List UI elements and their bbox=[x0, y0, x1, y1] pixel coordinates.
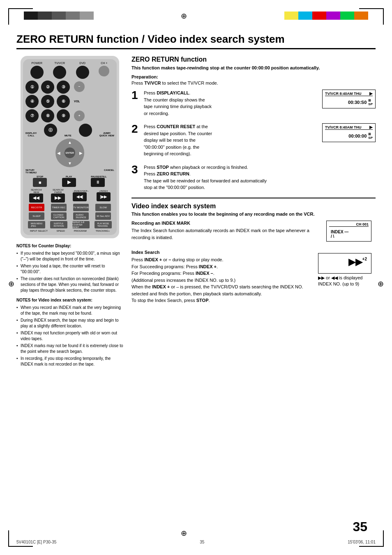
displayed-text: ▶▶ or ◀◀ is displayed bbox=[318, 275, 376, 281]
sleep-btn[interactable]: SLEEP bbox=[29, 212, 44, 220]
footer-center: 35 bbox=[200, 540, 204, 544]
rew-btn[interactable]: ◀◀ bbox=[29, 193, 43, 203]
border-corner-tl-v bbox=[8, 8, 9, 25]
page-number: 35 bbox=[353, 519, 367, 534]
notes-vi-item-3: INDEX may not function properly with old… bbox=[16, 330, 123, 342]
main-menu-btn[interactable]: MAIN MENUJPEG bbox=[28, 221, 45, 228]
color-bar-orange bbox=[354, 12, 368, 20]
nav-up-arrow[interactable]: ▲ bbox=[68, 140, 72, 145]
repeat-ab-btn[interactable]: REPEAT A-BCOUNTER RESET bbox=[72, 221, 90, 228]
vol-plus[interactable]: + bbox=[74, 111, 85, 121]
nav-down-arrow[interactable]: ▼ bbox=[68, 161, 72, 166]
stop-btn[interactable]: ■ bbox=[33, 178, 47, 187]
pause-label: PAUSE/STILL bbox=[91, 175, 107, 178]
notes-counter-item-1: If you rewind the tape beyond "00:00:00"… bbox=[16, 251, 123, 262]
vol-label: VOL bbox=[74, 100, 80, 103]
timer-rec-btn[interactable]: TIMER REC bbox=[51, 204, 67, 211]
step-2-content: Press COUNTER RESET at the desired tape … bbox=[144, 123, 314, 157]
tv-monitor-btn[interactable]: TV MONITOR bbox=[73, 204, 89, 211]
nav-left-arrow[interactable]: ◀ bbox=[57, 150, 60, 155]
step-3-number: 3 bbox=[131, 164, 140, 175]
stop-label: STOP bbox=[33, 175, 47, 178]
btn-9[interactable]: ⑨ bbox=[57, 109, 70, 122]
color-bar-yellow bbox=[284, 12, 298, 20]
recording-index-text: The Index Search function automatically … bbox=[131, 227, 320, 241]
notes-vi-item-1: When you record an INDEX mark at the ver… bbox=[16, 305, 123, 316]
index-minus-btn[interactable]: ◀◀| bbox=[73, 192, 87, 201]
btn-6[interactable]: ⑥ bbox=[57, 95, 70, 108]
reg-mark-right: ⊕ bbox=[378, 279, 384, 288]
notes-video-index-title: NOTES for Video index search system: bbox=[16, 297, 123, 303]
ff-symbol: ▶▶+2 bbox=[321, 255, 369, 268]
page-title: ZERO RETURN function / Video index searc… bbox=[16, 33, 376, 49]
border-corner-br-h bbox=[359, 546, 384, 547]
footer-right: 15'03'06, 11:01 bbox=[348, 540, 376, 544]
fwd-btn[interactable]: ▶▶ bbox=[51, 193, 65, 203]
border-corner-tr-h bbox=[359, 8, 384, 9]
color-bar-gray bbox=[52, 12, 66, 20]
power-btn[interactable] bbox=[30, 66, 44, 79]
btn-3[interactable]: ③ bbox=[57, 81, 70, 94]
notes-vi-item-5: In recording, if you stop recording temp… bbox=[16, 356, 123, 367]
audio-silence-btn[interactable]: AUDIOSILENCE bbox=[73, 212, 89, 220]
play-btn[interactable]: ▶ bbox=[62, 178, 76, 187]
setup-label: SETUP/TV MENU bbox=[25, 169, 37, 174]
display-call-label: DISPLAY/CALL bbox=[25, 132, 37, 137]
speed-label: SPEED bbox=[57, 230, 65, 232]
power-label: POWER bbox=[32, 62, 42, 65]
jump-label: JUMP/QUICK VIEW bbox=[99, 132, 114, 137]
btn-2[interactable]: ② bbox=[41, 81, 54, 94]
ch-display-index-sym: / \ bbox=[331, 234, 334, 239]
vol-minus[interactable]: − bbox=[74, 81, 85, 92]
enter-btn[interactable]: ENTER bbox=[65, 147, 75, 158]
btn-1[interactable]: ① bbox=[25, 81, 39, 94]
color-bar-cyan bbox=[298, 12, 312, 20]
btn-5[interactable]: ⑤ bbox=[41, 95, 54, 108]
reg-mark-left: ⊕ bbox=[8, 279, 14, 288]
ch-display: CH 001 INDEX — / \ bbox=[326, 221, 371, 242]
border-corner-br-v bbox=[383, 530, 384, 547]
footer: 5V40101C [E] P30-35 35 15'03'06, 11:01 bbox=[16, 540, 376, 544]
step-2-number: 2 bbox=[131, 123, 140, 135]
mute-btn[interactable] bbox=[79, 124, 92, 137]
btn-8[interactable]: ⑧ bbox=[41, 109, 54, 122]
step-1: 1 Press DISPLAY/CALL. The counter displa… bbox=[131, 90, 376, 117]
subtitle-return-btn[interactable]: SUBTITLEROTATION bbox=[50, 221, 67, 228]
tv-display-step1: TV/VCR 8:40AM THU ▶ 00:30:S0 ⊞SP bbox=[322, 90, 376, 108]
tv-vcr-btn[interactable] bbox=[53, 66, 66, 79]
footer-left: 5V40101C [E] P30-35 bbox=[16, 540, 56, 544]
slow-btn[interactable]: SLOW bbox=[95, 204, 111, 211]
zero-return-subtitle: This function makes tape-rewinding stop … bbox=[131, 65, 376, 71]
play-mode-btn[interactable]: PLAY MODETRACKING bbox=[95, 221, 112, 228]
index-search-title: Index Search bbox=[131, 250, 311, 255]
notes-video-index-list: When you record an INDEX mark at the ver… bbox=[16, 305, 123, 367]
zero-return-title: ZERO RETURN function bbox=[131, 56, 376, 63]
index-search-text: Press INDEX + or – during stop or play m… bbox=[131, 256, 311, 304]
ch-btn[interactable] bbox=[99, 66, 109, 76]
step-2: 2 Press COUNTER RESET at the desired tap… bbox=[131, 123, 376, 157]
dvd-btn[interactable] bbox=[76, 66, 89, 79]
ff-display: ▶▶+2 bbox=[318, 253, 371, 274]
ch-display-index-label: INDEX — bbox=[331, 230, 348, 234]
dvd-label: DVD bbox=[79, 62, 85, 65]
btn-0[interactable]: ⓪ bbox=[44, 124, 57, 137]
search-fwd-label: SEARCH/FWDR bbox=[51, 189, 65, 193]
index-plus-btn[interactable]: |▶▶ bbox=[97, 192, 111, 201]
nav-right-arrow[interactable]: ▶ bbox=[79, 150, 83, 155]
closed-caption-btn[interactable]: CLOSEDCAPTION bbox=[51, 212, 67, 220]
program-label: PROGRAM bbox=[74, 230, 87, 232]
color-bar-ltgray bbox=[80, 12, 94, 20]
notes-counter-item-2: When you load a tape, the counter will r… bbox=[16, 263, 123, 275]
reg-mark-top: ⊕ bbox=[181, 12, 187, 21]
btn-7[interactable]: ⑦ bbox=[25, 109, 39, 122]
btn-4[interactable]: ④ bbox=[25, 95, 39, 108]
rec-otr-btn[interactable]: REC/OTR bbox=[29, 204, 44, 211]
30sec-adv-btn[interactable]: 30 Sec ADV bbox=[95, 212, 111, 220]
notes-counter-item-3: The counter does not function on nonreco… bbox=[16, 276, 123, 293]
preparation-label: Preparation: bbox=[131, 74, 376, 79]
color-bar-darkgray bbox=[38, 12, 52, 20]
reg-mark-bottom: ⊕ bbox=[181, 529, 187, 538]
nav-pad[interactable]: ▲ ▼ ◀ ▶ ENTER bbox=[55, 138, 84, 167]
color-bar-red bbox=[312, 12, 326, 20]
pause-btn[interactable]: ⏸ bbox=[91, 178, 105, 187]
